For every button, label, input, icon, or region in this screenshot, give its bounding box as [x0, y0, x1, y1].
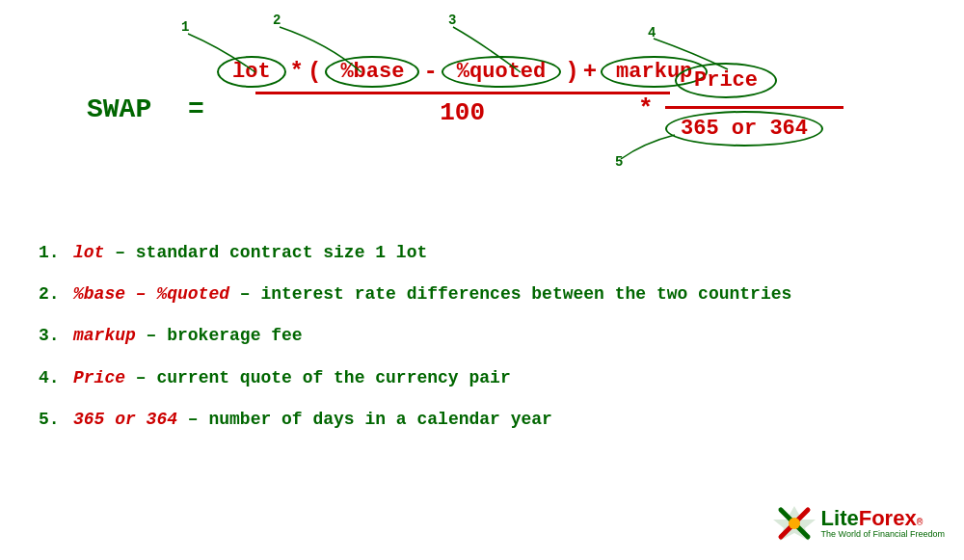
exp-num-2: 2. [39, 282, 73, 307]
multiply-right: * [638, 94, 654, 123]
exp-italic-5: 365 or 364 [73, 410, 177, 429]
percent-base-oval: %base [325, 56, 419, 88]
exp-item-5: 5. 365 or 364 – number of days in a cale… [39, 408, 906, 432]
days-oval: 365 or 364 [665, 111, 823, 147]
svg-text:3: 3 [448, 13, 456, 28]
explanations: 1. lot – standard contract size 1 lot 2.… [39, 241, 906, 449]
price-oval: Price [675, 63, 777, 98]
exp-num-5: 5. [39, 408, 73, 432]
svg-text:4: 4 [648, 25, 656, 40]
logo-lite-text: Lite [821, 507, 859, 530]
exp-item-3: 3. markup – brokerage fee [39, 324, 906, 348]
fraction-line-right [665, 106, 844, 109]
multiply-op1: * [290, 59, 304, 85]
plus-op: + [583, 59, 597, 85]
exp-text-3: markup – brokerage fee [73, 324, 303, 348]
exp-num-1: 1. [39, 241, 73, 265]
exp-text-1: lot – standard contract size 1 lot [73, 241, 427, 265]
paren-close: ) [565, 59, 578, 85]
exp-item-1: 1. lot – standard contract size 1 lot [39, 241, 906, 265]
paren-open: ( [308, 59, 321, 85]
logo-reg: ® [917, 517, 924, 528]
denominator: 100 [440, 94, 485, 127]
exp-italic-2: %base – %quoted [73, 284, 229, 304]
formula-area: SWAP = lot * ( %base - %quoted ) + marku… [0, 10, 964, 212]
percent-quoted-oval: %quoted [442, 56, 561, 88]
exp-item-4: 4. Price – current quote of the currency… [39, 366, 906, 390]
exp-italic-4: Price [73, 368, 125, 387]
exp-text-5: 365 or 364 – number of days in a calenda… [73, 408, 552, 432]
logo-tagline: The World of Financial Freedom [821, 530, 945, 540]
liteforex-logo: Lite Forex ® The World of Financial Free… [773, 502, 945, 545]
swap-label: SWAP [87, 94, 151, 124]
exp-text-2: %base – %quoted – interest rate differen… [73, 282, 791, 307]
exp-text-4: Price – current quote of the currency pa… [73, 366, 511, 390]
fraction: lot * ( %base - %quoted ) + markup 100 [217, 56, 708, 127]
exp-italic-1: lot [73, 243, 104, 262]
svg-text:5: 5 [615, 154, 623, 170]
svg-point-8 [789, 518, 800, 529]
liteforex-icon [773, 502, 816, 545]
exp-italic-3: markup [73, 326, 136, 345]
lot-oval: lot [217, 56, 286, 88]
svg-text:1: 1 [181, 19, 189, 35]
minus-op: - [423, 59, 437, 85]
exp-item-2: 2. %base – %quoted – interest rate diffe… [39, 282, 906, 307]
numerator: lot * ( %base - %quoted ) + markup [217, 56, 708, 92]
logo-text: Lite Forex ® The World of Financial Free… [821, 507, 945, 540]
exp-num-3: 3. [39, 324, 73, 348]
svg-text:2: 2 [273, 13, 281, 28]
exp-num-4: 4. [39, 366, 73, 390]
equals-sign: = [188, 94, 204, 124]
logo-forex-text: Forex [859, 507, 917, 530]
